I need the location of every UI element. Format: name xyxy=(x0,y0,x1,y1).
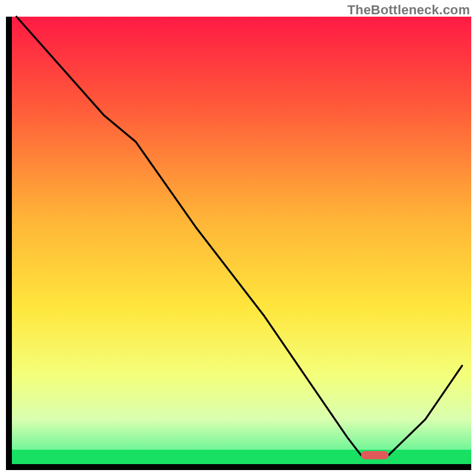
chart-container: TheBottleneck.com xyxy=(0,0,476,476)
bottleneck-chart xyxy=(0,0,476,476)
green-band xyxy=(12,450,471,464)
y-axis xyxy=(6,17,12,470)
x-axis xyxy=(6,464,471,470)
gradient-background xyxy=(12,17,471,464)
optimal-range-marker xyxy=(361,451,389,459)
